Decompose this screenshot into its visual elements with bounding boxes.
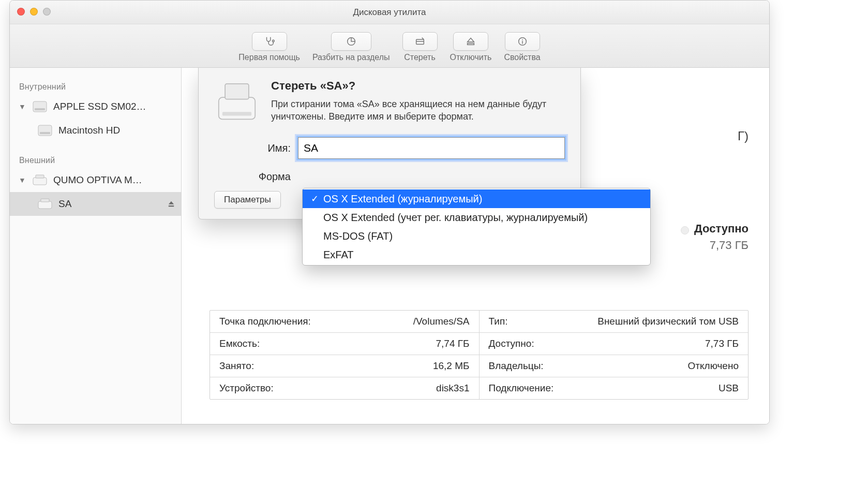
info-value: /Volumes/SA (413, 316, 470, 327)
svg-rect-6 (522, 41, 522, 44)
sidebar-item-internal-volume[interactable]: Macintosh HD (10, 119, 181, 142)
available-label: Доступно (694, 222, 749, 235)
toolbar: Первая помощь Разбить на разделы Стереть… (10, 24, 769, 68)
format-option-label: MS-DOS (FAT) (323, 230, 393, 242)
traffic-lights (17, 8, 51, 16)
svg-rect-8 (35, 108, 45, 110)
format-option-label: OS X Extended (журналируемый) (323, 193, 482, 205)
info-value: 7,73 ГБ (705, 338, 739, 349)
svg-point-0 (272, 40, 274, 42)
svg-rect-2 (416, 39, 424, 44)
volume-name-input[interactable] (298, 137, 565, 159)
svg-point-5 (522, 39, 523, 40)
svg-rect-13 (38, 201, 52, 209)
toolbar-unmount-label: Отключить (450, 53, 492, 62)
svg-rect-18 (222, 112, 251, 115)
name-field-label: Имя: (214, 142, 291, 154)
erase-sheet: Стереть «SA»? При стирании тома «SA» все… (198, 68, 581, 219)
info-key: Подключение: (489, 383, 554, 394)
info-value: 16,2 МБ (433, 360, 470, 372)
info-key: Занято: (219, 360, 254, 372)
format-option-label: OS X Extended (учет рег. клавиатуры, жур… (323, 212, 588, 224)
available-value: 7,73 ГБ (681, 239, 749, 252)
info-key: Тип: (489, 316, 508, 327)
disclosure-triangle-icon[interactable]: ▼ (18, 102, 26, 111)
sidebar-item-label: APPLE SSD SM02… (53, 101, 146, 112)
external-drive-large-icon (214, 79, 260, 125)
info-value: USB (719, 383, 739, 394)
format-option[interactable]: ExFAT (303, 245, 650, 264)
info-value: disk3s1 (436, 383, 469, 394)
toolbar-erase-label: Стереть (404, 53, 436, 62)
minimize-window-button[interactable] (30, 8, 38, 16)
partial-text-peek: Г) (738, 129, 749, 143)
format-dropdown[interactable]: ✓ OS X Extended (журналируемый) OS X Ext… (302, 188, 651, 266)
sidebar-item-label: Macintosh HD (58, 125, 120, 136)
sidebar-section-internal: Внутренний (10, 78, 181, 95)
svg-rect-10 (40, 132, 50, 134)
toolbar-unmount[interactable]: Отключить (450, 32, 492, 62)
sidebar-item-label: SA (58, 198, 71, 210)
sidebar-item-external-disk[interactable]: ▼ QUMO OPTIVA M… (10, 168, 181, 192)
sidebar: Внутренний ▼ APPLE SSD SM02… Macintosh H… (10, 68, 182, 424)
eject-volume-button[interactable] (167, 199, 176, 209)
svg-rect-11 (33, 178, 47, 185)
content-area: Г) Доступно 7,73 ГБ Стереть « (182, 68, 769, 424)
volume-info-table: Точка подключения:/Volumes/SA Тип:Внешни… (209, 310, 749, 400)
close-window-button[interactable] (17, 8, 25, 16)
info-value: 7,74 ГБ (436, 338, 469, 349)
toolbar-partition-label: Разбить на разделы (312, 53, 390, 62)
checkmark-icon: ✓ (310, 193, 319, 204)
toolbar-first-aid-label: Первая помощь (238, 53, 300, 62)
info-value: Внешний физический том USB (597, 316, 739, 327)
sidebar-item-internal-disk[interactable]: ▼ APPLE SSD SM02… (10, 95, 181, 119)
info-value: Отключено (688, 360, 739, 372)
legend-dot-icon (681, 226, 689, 234)
info-key: Емкость: (219, 338, 260, 349)
disk-utility-window: Дисковая утилита Первая помощь Разбить н… (9, 0, 770, 424)
disclosure-triangle-icon[interactable]: ▼ (18, 176, 26, 184)
internal-disk-icon (33, 101, 47, 112)
table-row: Точка подключения:/Volumes/SA Тип:Внешни… (210, 311, 748, 332)
security-options-button[interactable]: Параметры (214, 191, 281, 209)
toolbar-info[interactable]: Свойства (504, 32, 540, 62)
internal-volume-icon (38, 125, 52, 136)
capacity-available-block: Доступно 7,73 ГБ (681, 222, 749, 252)
svg-rect-14 (41, 199, 49, 202)
erase-icon (414, 36, 426, 47)
format-option[interactable]: ✓ OS X Extended (журналируемый) (303, 189, 650, 208)
toolbar-info-label: Свойства (504, 53, 540, 62)
info-key: Владельцы: (489, 360, 544, 372)
format-option[interactable]: MS-DOS (FAT) (303, 227, 650, 245)
info-key: Устройство: (219, 383, 274, 394)
format-option[interactable]: OS X Extended (учет рег. клавиатуры, жур… (303, 208, 650, 227)
toolbar-first-aid[interactable]: Первая помощь (238, 32, 300, 62)
format-option-label: ExFAT (323, 249, 354, 261)
svg-rect-17 (225, 84, 249, 99)
zoom-window-button[interactable] (43, 8, 51, 16)
sidebar-item-label: QUMO OPTIVA M… (53, 174, 142, 186)
external-volume-icon (38, 198, 52, 210)
toolbar-erase[interactable]: Стереть (402, 32, 438, 62)
sidebar-item-external-volume[interactable]: SA (10, 192, 181, 216)
format-field-label: Форма (214, 171, 291, 183)
window-title: Дисковая утилита (10, 7, 769, 18)
table-row: Занято:16,2 МБ Владельцы:Отключено (210, 355, 748, 377)
info-key: Доступно: (489, 338, 534, 349)
info-key: Точка подключения: (219, 316, 311, 327)
svg-rect-16 (219, 97, 255, 119)
svg-rect-12 (36, 175, 44, 178)
sidebar-section-external: Внешний (10, 152, 181, 168)
external-disk-icon (33, 174, 47, 186)
table-row: Емкость:7,74 ГБ Доступно:7,73 ГБ (210, 332, 748, 355)
svg-rect-15 (169, 206, 174, 207)
stethoscope-icon (264, 36, 275, 47)
svg-rect-3 (468, 43, 474, 45)
sheet-heading: Стереть «SA»? (271, 79, 565, 93)
eject-icon (465, 36, 476, 47)
toolbar-partition[interactable]: Разбить на разделы (312, 32, 390, 62)
sheet-description: При стирании тома «SA» все хранящиеся на… (271, 98, 565, 123)
info-icon (517, 36, 528, 47)
titlebar: Дисковая утилита (10, 1, 769, 24)
pie-icon (346, 36, 357, 47)
